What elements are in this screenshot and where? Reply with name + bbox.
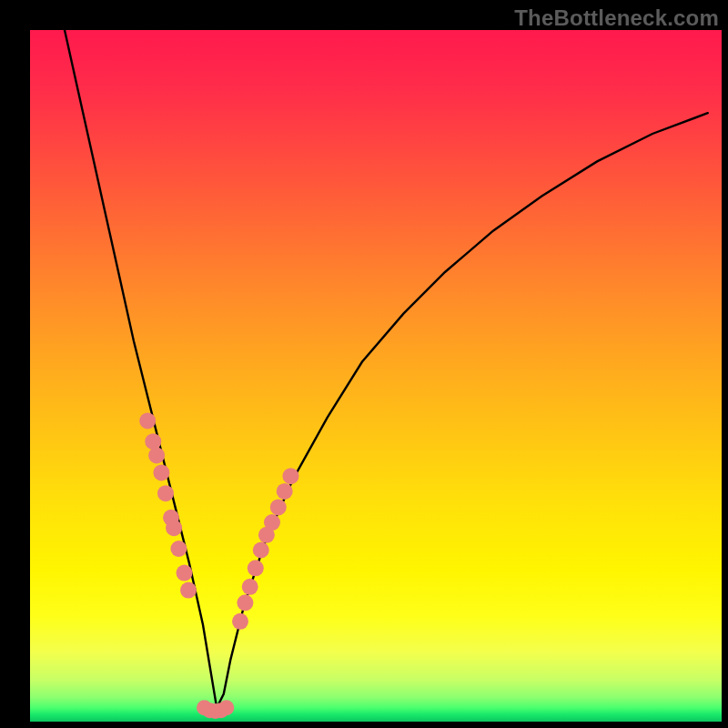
data-dot bbox=[277, 483, 293, 500]
data-dot bbox=[157, 485, 174, 501]
data-dot bbox=[166, 520, 182, 536]
data-dot bbox=[180, 582, 197, 599]
data-dots bbox=[139, 412, 298, 719]
data-dot bbox=[242, 579, 258, 595]
data-dot bbox=[283, 468, 299, 484]
data-dot bbox=[148, 447, 165, 463]
chart-frame: TheBottleneck.com bbox=[0, 0, 728, 728]
data-dot bbox=[145, 433, 161, 450]
data-dot bbox=[218, 700, 234, 715]
data-dot bbox=[264, 514, 280, 531]
data-dot bbox=[232, 613, 248, 630]
data-dot bbox=[177, 565, 193, 581]
data-dot bbox=[270, 499, 287, 515]
data-dot bbox=[237, 594, 253, 611]
plot-area bbox=[30, 30, 722, 722]
bottleneck-curve bbox=[65, 30, 708, 708]
data-dot bbox=[253, 542, 269, 559]
data-dot bbox=[139, 412, 156, 429]
data-dot bbox=[170, 541, 187, 557]
watermark-text: TheBottleneck.com bbox=[514, 5, 719, 31]
data-dot bbox=[248, 560, 264, 576]
chart-svg bbox=[30, 30, 722, 722]
data-dot bbox=[153, 464, 169, 480]
